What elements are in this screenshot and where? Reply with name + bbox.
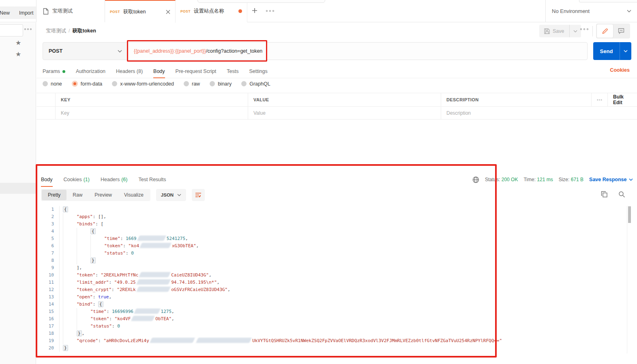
indent-guide — [63, 257, 77, 264]
tab-settings[interactable]: Settings — [249, 65, 267, 78]
star-icon[interactable]: ★ — [15, 39, 21, 47]
save-icon — [544, 28, 550, 34]
code-token: : — [107, 309, 112, 314]
sidebar: ★ ★ — [0, 23, 36, 364]
comments-button[interactable] — [613, 24, 629, 38]
code-token: "49.0.25 — [114, 280, 136, 285]
request-tab[interactable]: POST设置站点名称 — [176, 0, 247, 22]
radio-icon — [72, 81, 78, 87]
indent-guide — [77, 235, 90, 242]
indent-guide — [77, 242, 90, 250]
code-token: { — [98, 301, 103, 307]
body-mode-binary[interactable]: binary — [210, 81, 232, 87]
code-token: { — [90, 228, 96, 234]
description-input[interactable]: Description — [441, 107, 637, 119]
tab-body[interactable]: Body — [153, 65, 165, 78]
search-bar-cutoff — [197, 0, 325, 3]
body-mode-raw[interactable]: raw — [184, 81, 200, 87]
line-number: 4 — [36, 228, 60, 235]
send-button[interactable]: Send — [593, 42, 620, 60]
chevron-down-icon — [627, 10, 631, 13]
request-more-options-icon[interactable] — [580, 28, 589, 30]
scrollbar-thumb[interactable] — [628, 206, 631, 223]
line-content: "token": "2REXLkPHtTfNcCaieUZ8IUD43G", — [60, 272, 212, 279]
radio-icon — [210, 81, 215, 86]
request-tab[interactable]: POST获取token — [105, 0, 176, 23]
indent-guide — [63, 323, 77, 330]
new-tab-button[interactable] — [251, 7, 258, 14]
format-selector[interactable]: JSON — [156, 189, 186, 201]
body-mode-form-data[interactable]: form-data — [72, 81, 103, 87]
copy-icon[interactable] — [601, 191, 608, 198]
side-panel-toggle-group — [596, 24, 630, 39]
view-tab-preview[interactable]: Preview — [88, 190, 118, 200]
tab-headers-[interactable]: Headers (8) — [116, 65, 143, 78]
view-tab-visualize[interactable]: Visualize — [118, 190, 150, 200]
response-tab-cookies[interactable]: Cookies(1) — [64, 173, 90, 186]
save-button[interactable]: Save — [539, 25, 570, 37]
breadcrumb-collection[interactable]: 宝塔测试 — [46, 28, 66, 34]
url-input[interactable]: {{panel_address}}:{{panel_port}}/config?… — [128, 43, 587, 60]
row-handle-cell[interactable] — [36, 107, 55, 119]
line-number: 8 — [36, 257, 60, 264]
search-icon[interactable] — [618, 191, 625, 198]
radio-icon — [184, 81, 189, 86]
bulk-edit-button[interactable]: Bulk Edit — [607, 93, 637, 106]
cookies-link[interactable]: Cookies — [610, 67, 630, 73]
response-tab-body[interactable]: Body — [41, 173, 53, 186]
code-line: 8} — [36, 257, 628, 264]
tab-params[interactable]: Params — [43, 65, 65, 78]
key-input[interactable]: Key — [55, 107, 248, 119]
tab-authorization[interactable]: Authorization — [76, 65, 105, 78]
documentation-edit-button[interactable] — [597, 24, 613, 38]
tab-pre-request-script[interactable]: Pre-request Script — [176, 65, 217, 78]
tab-label: Params — [43, 69, 60, 74]
response-tab-headers[interactable]: Headers(6) — [101, 173, 128, 186]
environment-label: No Environment — [552, 8, 590, 14]
time-value: 121 ms — [537, 177, 553, 182]
new-button[interactable]: New — [0, 6, 15, 19]
body-mode-GraphQL[interactable]: GraphQL — [241, 81, 270, 87]
network-globe-icon[interactable] — [472, 176, 479, 183]
tab-tests[interactable]: Tests — [227, 65, 238, 78]
description-column-header: DESCRIPTION — [441, 93, 591, 106]
tab-more-options-icon[interactable] — [266, 10, 275, 12]
code-token: , — [172, 309, 174, 314]
green-dot — [62, 70, 65, 73]
response-tab-test-results[interactable]: Test Results — [138, 173, 166, 186]
save-options-button[interactable] — [570, 25, 581, 37]
indent-guide — [77, 250, 90, 257]
code-token: : — [93, 294, 98, 300]
environment-selector[interactable]: No Environment — [552, 0, 631, 22]
tab-label: Headers (8) — [116, 69, 143, 74]
import-button[interactable]: Import — [14, 6, 39, 19]
response-tab-label: Body — [41, 177, 53, 182]
indent-guide — [77, 315, 90, 323]
redacted-blur — [196, 338, 252, 343]
star-icon[interactable]: ★ — [15, 50, 21, 58]
view-tab-pretty[interactable]: Pretty — [42, 190, 66, 200]
wrap-lines-button[interactable] — [192, 189, 205, 201]
save-response-button[interactable]: Save Response — [589, 177, 633, 182]
code-token: "bind" — [77, 302, 93, 307]
body-mode-none[interactable]: none — [43, 81, 62, 87]
collection-tab[interactable]: 宝塔测试 — [36, 0, 105, 22]
value-input[interactable]: Value — [248, 107, 441, 119]
code-token: : — [109, 316, 114, 321]
view-tab-raw[interactable]: Raw — [66, 190, 88, 200]
method-selector[interactable]: POST — [43, 43, 128, 60]
sidebar-selected-row[interactable] — [0, 183, 36, 194]
response-scrollbar[interactable] — [627, 206, 631, 353]
table-more-options-icon[interactable] — [591, 93, 607, 106]
code-token: 16696996 — [112, 309, 133, 314]
sidebar-search-input[interactable] — [0, 24, 23, 36]
body-mode-x-www-form-urlencoded[interactable]: x-www-form-urlencoded — [112, 81, 174, 87]
response-tab-label: Headers — [101, 177, 120, 182]
sidebar-more-options-icon[interactable] — [24, 28, 32, 30]
code-line: 20} — [36, 345, 628, 352]
send-options-button[interactable] — [620, 42, 631, 60]
code-lines[interactable]: 1{2"apps": [],3"binds": [4{5"time": 1669… — [36, 206, 628, 352]
code-line: 9], — [36, 264, 628, 272]
indent-guide — [77, 228, 90, 235]
close-tab-icon[interactable] — [166, 10, 170, 14]
